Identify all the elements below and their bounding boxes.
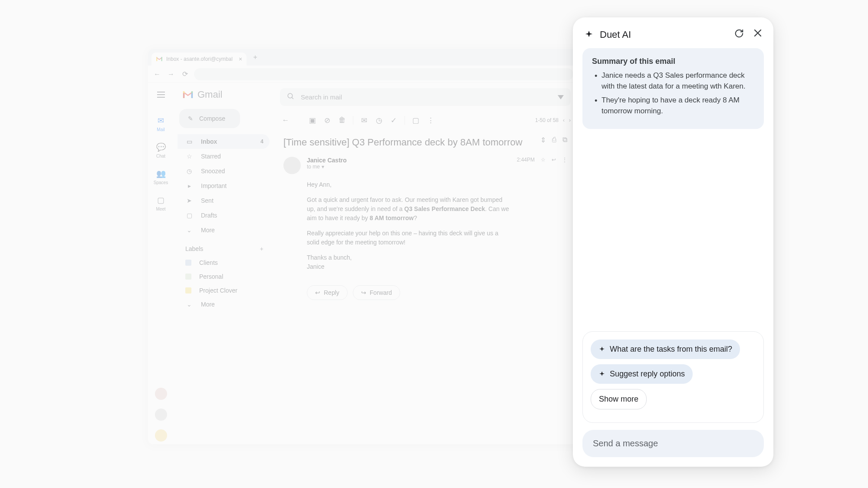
pager-prev-icon[interactable]: ‹ bbox=[563, 117, 565, 123]
chevron-down-icon[interactable]: ▾ bbox=[322, 164, 324, 170]
duet-input[interactable]: Send a message bbox=[582, 430, 764, 457]
nav-reload-icon[interactable]: ⟳ bbox=[180, 70, 190, 78]
forward-label: Forward bbox=[370, 289, 392, 296]
rail-avatar-1[interactable] bbox=[155, 388, 167, 400]
sent-icon: ➤ bbox=[185, 197, 193, 204]
body-closing: Thanks a bunch, Janice bbox=[307, 253, 509, 271]
forward-button[interactable]: ↪ Forward bbox=[353, 285, 400, 300]
reply-button[interactable]: ↩ Reply bbox=[307, 285, 348, 300]
rail-mail-label: Mail bbox=[157, 127, 164, 132]
label-more[interactable]: ⌄ More bbox=[178, 297, 270, 311]
rail-spaces[interactable]: 👥 Spaces bbox=[148, 165, 174, 188]
more-icon[interactable]: ⋮ bbox=[562, 157, 567, 163]
summary-item: Janice needs a Q3 Sales performance deck… bbox=[592, 70, 754, 92]
duet-ai-panel: Duet AI Summary of this email Janice nee… bbox=[573, 17, 773, 467]
star-icon[interactable]: ☆ bbox=[541, 157, 546, 163]
back-icon[interactable]: ← bbox=[280, 115, 291, 126]
tab-close-icon[interactable]: × bbox=[239, 56, 242, 63]
nav-drafts[interactable]: ▢ Drafts bbox=[178, 208, 270, 223]
message: [Time sensitive] Q3 Performance deck by … bbox=[273, 130, 578, 310]
move-icon[interactable]: ▢ bbox=[410, 115, 421, 126]
label-project-clover[interactable]: Project Clover bbox=[178, 284, 270, 297]
summary-item: They're hoping to have a deck ready 8 AM… bbox=[592, 95, 754, 116]
compose-label: Compose bbox=[199, 115, 225, 122]
message-time: 2:44PM bbox=[517, 157, 535, 163]
chip-label: Suggest reply options bbox=[610, 369, 685, 379]
suggestion-chip-reply[interactable]: Suggest reply options bbox=[591, 364, 693, 384]
labels-header: Labels + bbox=[178, 237, 270, 256]
clock-icon: ◷ bbox=[185, 168, 193, 175]
rail-chat-label: Chat bbox=[156, 154, 165, 158]
spam-icon[interactable]: ⊘ bbox=[322, 115, 333, 126]
print-icon[interactable]: ⎙ bbox=[552, 136, 556, 144]
refresh-icon[interactable] bbox=[734, 29, 744, 40]
summary-title: Summary of this email bbox=[592, 57, 754, 66]
topbar: Search in mail bbox=[273, 83, 578, 111]
sparkle-icon bbox=[598, 371, 605, 378]
gmail-favicon-icon bbox=[156, 56, 163, 62]
search-options-icon[interactable] bbox=[558, 93, 564, 101]
summary-card: Summary of this email Janice needs a Q3 … bbox=[582, 48, 764, 129]
duet-header: Duet AI bbox=[582, 27, 764, 48]
label-personal-text: Personal bbox=[199, 273, 223, 280]
delete-icon[interactable]: 🗑 bbox=[336, 115, 348, 126]
rail-mail[interactable]: ✉ Mail bbox=[148, 112, 174, 135]
label-more-text: More bbox=[201, 301, 215, 308]
message-toolbar: ← ▣ ⊘ 🗑 ✉ ◷ ✓ ▢ ⋮ 1-50 of 58 ‹ › bbox=[273, 111, 578, 130]
show-more-button[interactable]: Show more bbox=[591, 389, 647, 409]
add-label-icon[interactable]: + bbox=[260, 245, 263, 252]
label-clients-text: Clients bbox=[199, 259, 218, 266]
suggestion-chip-tasks[interactable]: What are the tasks from this email? bbox=[591, 340, 740, 359]
nav-snoozed[interactable]: ◷ Snoozed bbox=[178, 164, 270, 178]
reply-label: Reply bbox=[324, 289, 339, 296]
message-subject: [Time sensitive] Q3 Performance deck by … bbox=[283, 136, 536, 149]
label-clients[interactable]: Clients bbox=[178, 256, 270, 270]
url-field[interactable] bbox=[194, 68, 573, 80]
body-greeting: Hey Ann, bbox=[307, 180, 509, 189]
inbox-icon: ▭ bbox=[185, 138, 193, 145]
popout-icon[interactable]: ⧉ bbox=[562, 136, 567, 144]
expand-icon[interactable]: ⇕ bbox=[540, 136, 546, 144]
inbox-count: 4 bbox=[260, 138, 263, 145]
nav-forward-icon[interactable]: → bbox=[166, 70, 176, 78]
reply-icon[interactable]: ↩ bbox=[552, 157, 556, 163]
snooze-icon[interactable]: ◷ bbox=[373, 115, 385, 126]
chevron-down-icon: ⌄ bbox=[185, 301, 193, 308]
chat-icon: 💬 bbox=[156, 142, 166, 152]
chip-label: What are the tasks from this email? bbox=[610, 345, 732, 354]
nav-sent[interactable]: ➤ Sent bbox=[178, 193, 270, 208]
nav-more[interactable]: ⌄ More bbox=[178, 223, 270, 237]
archive-icon[interactable]: ▣ bbox=[307, 115, 318, 126]
more-icon[interactable]: ⋮ bbox=[425, 115, 436, 126]
nav-inbox-label: Inbox bbox=[201, 138, 217, 145]
body-p1: Got a quick and urgent favor to ask. Our… bbox=[307, 195, 509, 223]
sender-row: Janice Castro to me ▾ 2:44PM ☆ ↩ ⋮ bbox=[283, 157, 567, 174]
browser-url-bar: ← → ⟳ bbox=[148, 66, 578, 83]
nav-inbox[interactable]: ▭ Inbox 4 bbox=[178, 134, 270, 149]
hamburger-icon[interactable] bbox=[155, 88, 168, 101]
rail-meet[interactable]: ▢ Meet bbox=[148, 192, 174, 215]
compose-button[interactable]: ✎ Compose bbox=[179, 109, 240, 128]
new-tab-button[interactable]: + bbox=[249, 51, 261, 63]
task-icon[interactable]: ✓ bbox=[388, 115, 399, 126]
rail-chat[interactable]: 💬 Chat bbox=[148, 139, 174, 162]
search-input[interactable]: Search in mail bbox=[280, 88, 571, 106]
nav-back-icon[interactable]: ← bbox=[152, 70, 162, 78]
tab-title: Inbox - asante.ofori@cymbal bbox=[166, 56, 233, 62]
nav-important[interactable]: ▸ Important bbox=[178, 178, 270, 193]
mark-unread-icon[interactable]: ✉ bbox=[358, 115, 370, 126]
rail-avatar-2[interactable] bbox=[155, 409, 167, 421]
label-personal[interactable]: Personal bbox=[178, 270, 270, 284]
nav-more-label: More bbox=[201, 227, 215, 234]
rail-avatar-3[interactable] bbox=[155, 429, 167, 442]
spaces-icon: 👥 bbox=[156, 169, 166, 178]
nav-starred[interactable]: ☆ Starred bbox=[178, 149, 270, 164]
gmail-logo-icon bbox=[182, 90, 194, 99]
brand-text: Gmail bbox=[197, 89, 222, 100]
sparkle-icon bbox=[584, 30, 594, 40]
meet-icon: ▢ bbox=[156, 195, 166, 205]
browser-tab[interactable]: Inbox - asante.ofori@cymbal × bbox=[151, 53, 247, 66]
close-icon[interactable] bbox=[753, 29, 762, 40]
rail-spaces-label: Spaces bbox=[154, 180, 168, 185]
pager-next-icon[interactable]: › bbox=[569, 117, 571, 123]
